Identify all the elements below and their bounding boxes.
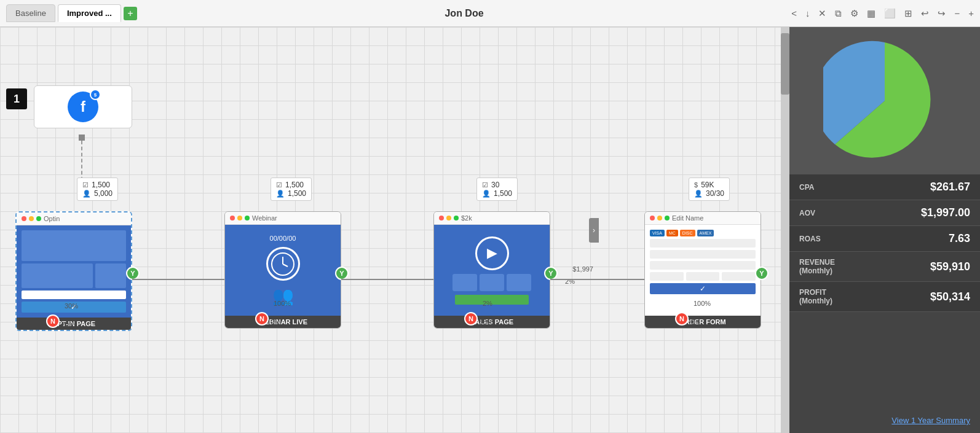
- close-icon[interactable]: ✕: [818, 8, 826, 19]
- collapse-panel-button[interactable]: ›: [589, 218, 599, 243]
- facebook-badge: $: [90, 89, 101, 100]
- people-icon-2: 👤: [276, 190, 285, 198]
- order-field-3: [650, 261, 756, 270]
- people-icon-3: 👤: [482, 190, 491, 198]
- order-field-2: [650, 250, 756, 259]
- sales-card-2: [480, 274, 504, 291]
- share-icon[interactable]: <: [791, 8, 797, 18]
- page-title: Jon Doe: [140, 8, 789, 19]
- sales-cards: [452, 274, 531, 291]
- order-field-6: [722, 272, 756, 281]
- sales-stat-box: ☑ 30 👤 1,500: [476, 177, 518, 201]
- view-summary-link[interactable]: View 1 Year Summary: [891, 416, 970, 425]
- optin-header-label: Optin: [44, 215, 60, 222]
- webinar-node-header: Webinar: [225, 212, 341, 225]
- optin-n-badge: N: [46, 314, 60, 328]
- undo-icon[interactable]: ↩: [921, 8, 929, 19]
- optin-content-row: [22, 263, 126, 288]
- order-header-label: Edit Name: [672, 214, 703, 222]
- sales-node-header: $2k: [434, 212, 550, 225]
- metrics-area: CPA $261.67 AOV $1,997.00 ROAS 7.63 REVE…: [789, 174, 980, 407]
- dot-green-2: [245, 216, 250, 220]
- roas-label: ROAS: [799, 235, 821, 243]
- webinar-n-pct: 0%: [271, 318, 280, 326]
- mc-logo: MC: [666, 230, 678, 236]
- sales-card-1: [452, 274, 477, 291]
- optin-y-pct: 30%: [65, 302, 78, 310]
- dashed-arrow-vertical: [81, 141, 82, 181]
- cpa-value: $261.67: [930, 181, 970, 193]
- table-icon[interactable]: ▦: [867, 8, 875, 19]
- order-y-badge: Y: [755, 267, 769, 280]
- order-node[interactable]: Edit Name VISA MC DISC AMEX: [644, 211, 761, 329]
- sales-price: $1,997: [572, 265, 593, 273]
- webinar-date: 00/00/00: [270, 235, 296, 242]
- profit-row: PROFIT (Monthly) $50,314: [789, 282, 980, 312]
- redo-icon[interactable]: ↪: [938, 8, 946, 19]
- webinar-y-pct: 100%: [274, 300, 291, 307]
- cc-logos: VISA MC DISC AMEX: [650, 230, 756, 236]
- clock-icon: [266, 247, 300, 281]
- aov-row: AOV $1,997.00: [789, 200, 980, 226]
- check-icon-3: ☑: [482, 181, 488, 189]
- order-node-header: Edit Name: [645, 212, 761, 225]
- tab-baseline[interactable]: Baseline: [6, 4, 55, 22]
- cpa-row: CPA $261.67: [789, 174, 980, 200]
- webinar-n-badge: N: [255, 312, 269, 326]
- copy-icon[interactable]: ⧉: [835, 8, 842, 19]
- grid-icon[interactable]: ⊞: [904, 8, 912, 19]
- optin-node[interactable]: Optin ✓ OPT-IN PAGE Y N: [15, 211, 132, 331]
- sales-card-3: [507, 274, 531, 291]
- dot-green-3: [454, 216, 459, 220]
- webinar-node[interactable]: Webinar 00/00/00 👥 WEBINAR LIVE Y: [224, 211, 341, 329]
- scrollbar-thumb[interactable]: [781, 33, 789, 95]
- expand-icon[interactable]: ⬜: [884, 8, 896, 19]
- webinar-stat-people: 1,500: [288, 189, 306, 198]
- check-icon: ☑: [82, 181, 89, 189]
- order-field-1: [650, 239, 756, 248]
- aov-value: $1,997.00: [921, 206, 970, 219]
- dot-yellow-2: [237, 216, 242, 220]
- revenue-row: REVENUE (Monthly) $59,910: [789, 252, 980, 282]
- scrollbar[interactable]: [781, 27, 789, 433]
- profit-value: $50,314: [930, 291, 970, 303]
- order-label: ORDER FORM: [645, 316, 761, 328]
- sales-y-badge: Y: [544, 267, 558, 280]
- tab-improved[interactable]: Improved ...: [58, 4, 121, 22]
- order-field-5: [686, 272, 720, 281]
- zoom-in-icon[interactable]: +: [968, 8, 974, 18]
- order-submit-btn[interactable]: ✓: [650, 283, 756, 294]
- people-icon: 👤: [82, 190, 91, 198]
- settings-icon[interactable]: ⚙: [850, 8, 858, 19]
- optin-content-left: [22, 263, 93, 288]
- order-stat-dollar: 59K: [701, 181, 714, 189]
- canvas-area[interactable]: 1 f $ ☑ 1,500 👤 5,000: [0, 27, 789, 433]
- optin-header-bar: [22, 230, 126, 261]
- sales-n-pct: 98%: [480, 318, 493, 326]
- optin-stat-people: 5,000: [94, 189, 113, 198]
- svg-line-2: [283, 264, 288, 267]
- order-stat-box: $ 59K 👤 30/30: [689, 177, 730, 201]
- zoom-out-icon[interactable]: −: [954, 8, 960, 18]
- dot-red: [22, 216, 26, 221]
- roas-value: 7.63: [949, 232, 970, 245]
- dot-red-4: [650, 216, 655, 220]
- webinar-stat-box: ☑ 1,500 👤 1,500: [271, 177, 312, 201]
- sales-stat-check: 30: [491, 181, 499, 189]
- toolbar-icons: < ↓ ✕ ⧉ ⚙ ▦ ⬜ ⊞ ↩ ↪ − +: [791, 8, 974, 19]
- optin-input[interactable]: [22, 291, 126, 299]
- download-icon[interactable]: ↓: [805, 8, 810, 18]
- order-n-badge: N: [675, 312, 689, 326]
- dot-red-3: [439, 216, 444, 220]
- optin-n-pct: 70%: [61, 321, 75, 328]
- connector-dot: [79, 135, 85, 141]
- add-tab-button[interactable]: +: [124, 7, 137, 20]
- sales-node[interactable]: $2k ▶ SALES PAGE Y N $1,997 2% 2%: [433, 211, 550, 329]
- webinar-label: WEBINAR LIVE: [225, 316, 341, 328]
- dot-yellow-4: [657, 216, 662, 220]
- facebook-icon: f $: [68, 92, 98, 122]
- facebook-source-node[interactable]: f $: [34, 85, 132, 128]
- view-summary-container: View 1 Year Summary: [789, 407, 980, 433]
- sales-y-pct: 2%: [483, 300, 492, 307]
- pie-chart: [823, 39, 946, 162]
